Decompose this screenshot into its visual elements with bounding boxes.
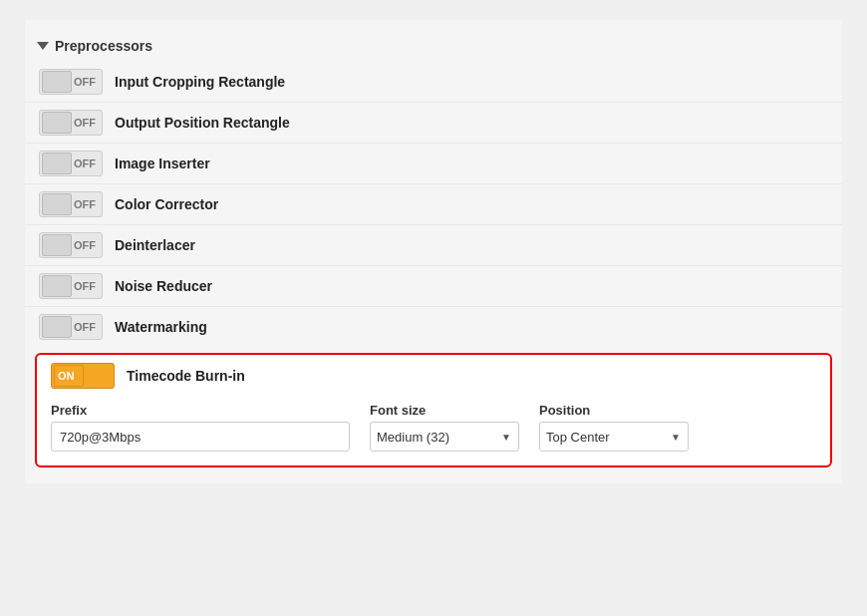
- toggle-off-label: OFF: [74, 239, 96, 251]
- toggle-knob: [42, 275, 72, 297]
- row-input-cropping-rectangle: OFFInput Cropping Rectangle: [25, 62, 842, 102]
- label-deinterlacer: Deinterlacer: [115, 237, 195, 253]
- toggle-image-inserter[interactable]: OFF: [39, 151, 103, 176]
- toggle-watermarking[interactable]: OFF: [39, 314, 103, 340]
- row-output-position-rectangle: OFFOutput Position Rectangle: [25, 102, 842, 143]
- timecode-row: ON Timecode Burn-in: [51, 363, 816, 389]
- toggle-noise-reducer[interactable]: OFF: [39, 273, 103, 299]
- toggle-knob: [42, 71, 72, 93]
- font-size-select[interactable]: Small (16) Medium (32) Large (48) Extra …: [370, 422, 519, 452]
- collapse-icon[interactable]: [37, 42, 49, 50]
- label-input-cropping-rectangle: Input Cropping Rectangle: [115, 74, 285, 90]
- prefix-input[interactable]: [51, 422, 350, 452]
- toggle-off-label: OFF: [74, 76, 96, 88]
- prefix-group: Prefix: [51, 403, 350, 452]
- toggle-off-label: OFF: [74, 157, 96, 169]
- toggle-off-label: OFF: [74, 280, 96, 292]
- row-watermarking: OFFWatermarking: [25, 306, 842, 347]
- position-select[interactable]: Top Left Top Center Top Right Bottom Lef…: [539, 422, 689, 452]
- font-size-select-wrapper: Small (16) Medium (32) Large (48) Extra …: [370, 422, 519, 452]
- row-noise-reducer: OFFNoise Reducer: [25, 265, 842, 306]
- toggle-color-corrector[interactable]: OFF: [39, 191, 103, 217]
- toggle-knob: [42, 153, 72, 174]
- toggle-input-cropping-rectangle[interactable]: OFF: [39, 69, 103, 95]
- timecode-fields: Prefix Font size Small (16) Medium (32) …: [51, 401, 816, 452]
- label-color-corrector: Color Corrector: [115, 196, 218, 212]
- toggle-knob: [42, 193, 72, 215]
- section-title: Preprocessors: [55, 38, 152, 54]
- toggle-knob: [42, 112, 72, 134]
- label-image-inserter: Image Inserter: [115, 155, 210, 171]
- label-noise-reducer: Noise Reducer: [115, 278, 212, 294]
- label-watermarking: Watermarking: [115, 319, 207, 335]
- toggle-knob: [42, 234, 72, 256]
- label-output-position-rectangle: Output Position Rectangle: [115, 115, 290, 131]
- toggle-output-position-rectangle[interactable]: OFF: [39, 110, 103, 136]
- prefix-label: Prefix: [51, 403, 350, 418]
- preprocessors-panel: Preprocessors OFFInput Cropping Rectangl…: [25, 20, 842, 483]
- toggle-off-label: OFF: [74, 198, 96, 210]
- font-size-group: Font size Small (16) Medium (32) Large (…: [370, 403, 519, 452]
- font-size-label: Font size: [370, 403, 519, 418]
- toggle-on-label: ON: [58, 370, 75, 382]
- position-group: Position Top Left Top Center Top Right B…: [539, 403, 689, 452]
- timecode-toggle[interactable]: ON: [51, 363, 115, 389]
- position-select-wrapper: Top Left Top Center Top Right Bottom Lef…: [539, 422, 689, 452]
- toggle-knob: [42, 316, 72, 338]
- toggle-deinterlacer[interactable]: OFF: [39, 232, 103, 258]
- section-header: Preprocessors: [25, 30, 842, 62]
- toggle-off-label: OFF: [74, 321, 96, 333]
- timecode-label: Timecode Burn-in: [127, 368, 245, 384]
- row-color-corrector: OFFColor Corrector: [25, 183, 842, 224]
- position-label: Position: [539, 403, 689, 418]
- timecode-burn-in-section: ON Timecode Burn-in Prefix Font size Sma…: [35, 353, 832, 467]
- toggle-off-label: OFF: [74, 117, 96, 129]
- row-image-inserter: OFFImage Inserter: [25, 143, 842, 183]
- row-deinterlacer: OFFDeinterlacer: [25, 224, 842, 265]
